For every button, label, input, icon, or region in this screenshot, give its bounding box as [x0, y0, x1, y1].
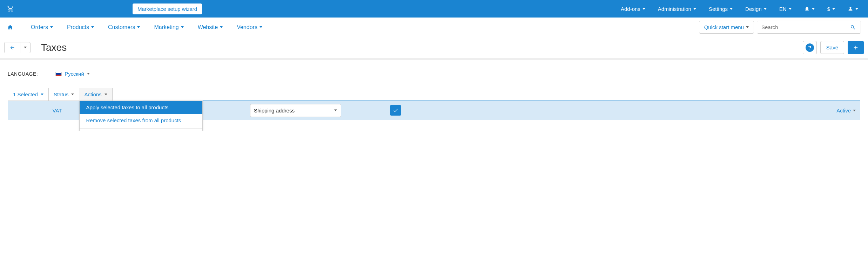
plus-icon [853, 44, 859, 51]
language-select[interactable]: Русский [55, 71, 90, 77]
quick-start-label: Quick start menu [704, 24, 744, 30]
chevron-down-icon [41, 94, 43, 95]
top-bar-left: Marketplace setup wizard [7, 4, 202, 14]
bell-icon [804, 6, 810, 12]
flag-ru-icon [55, 72, 62, 76]
nav-label: Customers [108, 24, 135, 30]
address-select[interactable] [250, 104, 341, 117]
cell-address [247, 104, 345, 117]
nav-orders[interactable]: Orders [24, 24, 60, 30]
chevron-down-icon [87, 73, 90, 75]
chevron-down-icon [789, 8, 792, 10]
chevron-down-icon [642, 8, 645, 10]
setup-wizard-button[interactable]: Marketplace setup wizard [133, 4, 202, 14]
chevron-down-icon [50, 26, 53, 28]
add-button[interactable] [848, 41, 864, 54]
nav-customers[interactable]: Customers [101, 24, 147, 30]
toolbar: 1 Selected Status Actions Apply selected… [8, 88, 860, 101]
addons-menu[interactable]: Add-ons [618, 6, 648, 12]
chevron-down-icon [812, 8, 815, 10]
divider [80, 128, 202, 129]
notifications-menu[interactable] [801, 6, 817, 12]
content: LANGUAGE: Русский 1 Selected Status Acti… [0, 60, 868, 131]
nav-label: Marketing [154, 24, 179, 30]
user-menu[interactable] [845, 6, 861, 12]
action-delete[interactable]: Delete selected [80, 130, 202, 131]
checkbox-enabled[interactable] [390, 105, 401, 116]
nav-website[interactable]: Website [191, 24, 230, 30]
actions-button[interactable]: Actions Apply selected taxes to all prod… [79, 88, 112, 101]
home-icon[interactable] [7, 24, 13, 30]
status-dropdown[interactable]: Active [832, 108, 860, 113]
chevron-down-icon [855, 8, 858, 10]
language-row: LANGUAGE: Русский [8, 71, 860, 77]
status-label: Status [54, 91, 69, 97]
save-button[interactable]: Save [820, 41, 844, 54]
nav-vendors[interactable]: Vendors [230, 24, 269, 30]
back-button[interactable] [5, 42, 20, 53]
back-button-group [4, 42, 31, 53]
top-bar: Marketplace setup wizard Add-ons Adminis… [0, 0, 868, 18]
nav-label: Vendors [237, 24, 257, 30]
nav-label: Products [67, 24, 89, 30]
user-icon [848, 6, 853, 12]
currency-label: $ [827, 6, 830, 12]
nav-marketing[interactable]: Marketing [147, 24, 190, 30]
language-menu[interactable]: EN [776, 6, 794, 12]
tax-name-link[interactable]: VAT [53, 108, 62, 113]
chevron-down-icon [91, 26, 94, 28]
language-label: EN [779, 6, 787, 12]
administration-menu[interactable]: Administration [655, 6, 699, 12]
nav-products[interactable]: Products [60, 24, 101, 30]
chevron-down-icon [137, 26, 140, 28]
nav-label: Orders [31, 24, 48, 30]
page-title: Taxes [41, 42, 67, 53]
help-button[interactable]: ? [803, 41, 817, 54]
chevron-down-icon [764, 8, 767, 10]
chevron-down-icon [832, 8, 835, 10]
status-button[interactable]: Status [49, 88, 80, 101]
search-button[interactable] [845, 21, 861, 33]
chevron-down-icon [693, 8, 696, 10]
select-wrap [250, 104, 341, 117]
chevron-down-icon [71, 94, 74, 95]
arrow-left-icon [9, 45, 15, 50]
search-input[interactable] [757, 21, 845, 33]
action-apply[interactable]: Apply selected taxes to all products [80, 101, 202, 114]
nav-label: Website [198, 24, 218, 30]
search-wrap [757, 21, 861, 34]
status-value: Active [836, 108, 851, 113]
selected-label: 1 Selected [13, 91, 38, 97]
currency-menu[interactable]: $ [825, 6, 838, 12]
search-icon [850, 25, 856, 30]
quick-start-button[interactable]: Quick start menu [699, 21, 754, 34]
selected-count-button[interactable]: 1 Selected [8, 88, 49, 101]
chevron-down-icon [220, 26, 223, 28]
check-icon [393, 108, 398, 113]
title-bar: Taxes ? Save [0, 37, 868, 58]
cart-icon[interactable] [7, 5, 14, 12]
chevron-down-icon [853, 110, 856, 111]
back-dropdown[interactable] [20, 42, 30, 53]
nav-right: Quick start menu [699, 21, 861, 34]
chevron-down-icon [181, 26, 184, 28]
settings-label: Settings [709, 6, 728, 12]
cell-check [345, 105, 446, 116]
chevron-down-icon [730, 8, 733, 10]
administration-label: Administration [658, 6, 691, 12]
title-bar-right: ? Save [803, 41, 864, 54]
chevron-down-icon [260, 26, 262, 28]
chevron-down-icon [746, 26, 749, 28]
nav-bar: Orders Products Customers Marketing Webs… [0, 18, 868, 37]
design-menu[interactable]: Design [742, 6, 769, 12]
chevron-down-icon [105, 94, 107, 95]
action-remove[interactable]: Remove selected taxes from all products [80, 114, 202, 127]
actions-dropdown: Apply selected taxes to all products Rem… [79, 101, 203, 131]
addons-label: Add-ons [621, 6, 640, 12]
design-label: Design [745, 6, 762, 12]
language-value: Русский [65, 71, 84, 77]
top-bar-right: Add-ons Administration Settings Design E… [618, 6, 861, 12]
settings-menu[interactable]: Settings [706, 6, 735, 12]
question-icon: ? [806, 43, 814, 52]
chevron-down-icon [24, 47, 27, 48]
